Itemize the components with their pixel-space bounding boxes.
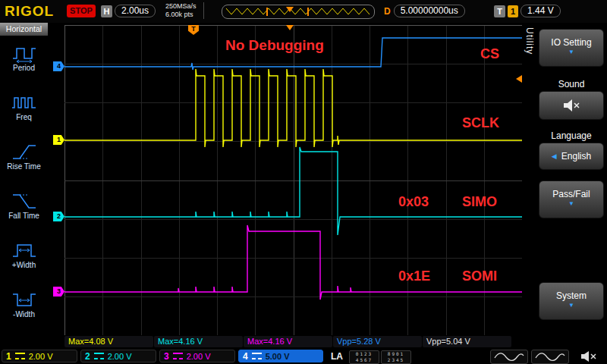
channel2-scale: 2.00 V (108, 352, 132, 361)
memory-position-bar[interactable] (222, 5, 375, 19)
system-button[interactable]: System ▼ (539, 282, 604, 320)
memory-window-bracket-left (266, 8, 268, 16)
channel1-marker[interactable]: 1 (53, 135, 64, 145)
plus-width-icon (11, 240, 38, 260)
annotation-somi-hex: 0x1E (398, 268, 430, 284)
sound-label: Sound (539, 79, 604, 89)
delay-label: D (384, 6, 391, 17)
annotation-sclk: SCLK (462, 115, 499, 131)
source-waveform-slot-1[interactable] (490, 350, 528, 364)
menu-item-period[interactable]: Period (0, 39, 48, 88)
delay-value[interactable]: 5.00000000us (394, 5, 465, 17)
speaker-mute-icon (561, 98, 582, 113)
measurement-vpp: Vpp=5.04 V (423, 336, 511, 347)
menu-item-plus-width[interactable]: +Width (0, 237, 48, 285)
h-scale-value[interactable]: 2.00us (115, 5, 156, 17)
annotation-cs: CS (480, 46, 499, 62)
channel1-scale: 2.00 V (29, 352, 53, 361)
menu-item-label: Period (0, 64, 48, 72)
sound-button[interactable] (539, 91, 604, 120)
annotation-somi: SOMI (462, 268, 497, 284)
channel4-scale: 5.00 V (266, 352, 290, 361)
channel3-status[interactable]: 3 2.00 V (159, 350, 235, 362)
memory-depth: 6.00k pts (165, 11, 197, 19)
annotation-banner: No Debugging (225, 37, 324, 54)
la-digital-channels-high[interactable]: 8901 2345 (381, 350, 411, 364)
dc-coupling-icon (252, 353, 262, 359)
measurement-results-bar: Max=4.08 V Max=4.16 V Max=4.16 V Vpp=5.2… (0, 336, 607, 348)
menu-item-fall-time[interactable]: Fall Time (0, 187, 48, 236)
left-menu-title: Horizontal (0, 23, 48, 36)
measurement-ch3-max: Max=4.16 V (244, 336, 332, 347)
minus-width-icon (11, 290, 38, 309)
channel1-number: 1 (6, 351, 11, 362)
language-select[interactable]: ◀ English (539, 143, 604, 170)
top-status-bar: RIGOL STOP H 2.00us 250MSa/s 6.00k pts D… (0, 0, 607, 23)
pass-fail-label: Pass/Fail (552, 189, 590, 199)
measurement-ch2-max: Max=4.16 V (154, 336, 243, 347)
io-setting-label: IO Setting (551, 37, 591, 48)
dc-coupling-icon (15, 353, 25, 359)
sound-muted-status[interactable] (580, 350, 598, 364)
menu-item-label: Rise Time (0, 162, 48, 171)
left-measure-menu: Horizontal Period Freq Rise Time Fall Ti… (0, 23, 48, 336)
la-row: 2345 (382, 357, 410, 363)
sine-wave-icon (491, 350, 526, 362)
language-label: Language (539, 130, 604, 141)
la-row: 8901 (382, 351, 410, 357)
acquisition-info: 250MSa/s 6.00k pts (165, 2, 204, 19)
channel3-marker[interactable]: 3 (53, 287, 64, 297)
delay-position-marker-icon[interactable] (286, 25, 294, 30)
channel1-status[interactable]: 1 2.00 V (2, 350, 77, 362)
rigol-logo: RIGOL (5, 3, 54, 20)
horizontal-scale-group: H 2.00us (101, 5, 156, 17)
menu-item-label: Fall Time (0, 212, 48, 220)
channel4-number: 4 (243, 351, 248, 362)
menu-item-freq[interactable]: Freq (0, 89, 48, 137)
measurement-ch1-max: Max=4.08 V (64, 336, 153, 347)
channel2-number: 2 (85, 351, 90, 362)
memory-waveform-icon (222, 5, 373, 17)
run-state-badge[interactable]: STOP (67, 5, 96, 17)
utility-softkey-menu: Utility IO Setting ▼ Sound Language ◀ En… (522, 23, 607, 336)
language-value: English (561, 151, 591, 162)
channel-status-bar: 1 2.00 V 2 2.00 V 3 2.00 V 4 5.00 V LA 0… (0, 349, 607, 364)
pass-fail-button[interactable]: Pass/Fail ▼ (539, 180, 604, 218)
dc-coupling-icon (173, 353, 183, 359)
trigger-level-marker-icon[interactable] (516, 75, 522, 83)
trigger-level-value[interactable]: 1.44 V (521, 5, 561, 17)
channel4-marker[interactable]: 4 (53, 61, 64, 71)
delay-group: D 5.00000000us (384, 5, 465, 17)
dc-coupling-icon (94, 353, 104, 359)
waveform-plot (64, 25, 522, 335)
chevron-left-icon: ◀ (552, 152, 557, 160)
channel2-status[interactable]: 2 2.00 V (80, 350, 156, 362)
fall-time-icon (11, 191, 38, 211)
menu-item-minus-width[interactable]: -Width (0, 286, 48, 334)
speaker-mute-icon (580, 350, 598, 362)
memory-window-bracket-right (307, 8, 309, 16)
trigger-group: T 1 1.44 V (494, 5, 561, 17)
menu-item-label: -Width (0, 310, 48, 318)
annotation-simo: SIMO (462, 194, 497, 210)
chevron-down-icon: ▼ (539, 49, 603, 55)
period-icon (11, 43, 38, 63)
la-digital-channels-low[interactable]: 0123 4567 (349, 350, 379, 364)
logic-analyzer-label[interactable]: LA (331, 351, 343, 362)
channel4-status[interactable]: 4 5.00 V (238, 350, 323, 362)
chevron-down-icon: ▼ (539, 200, 603, 207)
waveform-display-area: T No Debugging CS SCLK 0x03 SIMO 0x1E SO… (64, 25, 522, 335)
la-row: 4567 (350, 357, 379, 363)
menu-item-label: +Width (0, 261, 48, 269)
sine-wave-icon (532, 350, 567, 362)
freq-icon (11, 93, 38, 112)
h-label: H (101, 5, 112, 17)
channel2-marker[interactable]: 2 (53, 212, 64, 221)
trigger-source-badge[interactable]: 1 (508, 5, 518, 17)
source-waveform-slot-2[interactable] (531, 350, 569, 364)
trigger-label: T (494, 5, 505, 17)
channel3-number: 3 (164, 351, 169, 362)
menu-item-rise-time[interactable]: Rise Time (0, 138, 48, 187)
chevron-down-icon: ▼ (539, 302, 603, 309)
io-setting-button[interactable]: IO Setting ▼ (539, 29, 604, 67)
